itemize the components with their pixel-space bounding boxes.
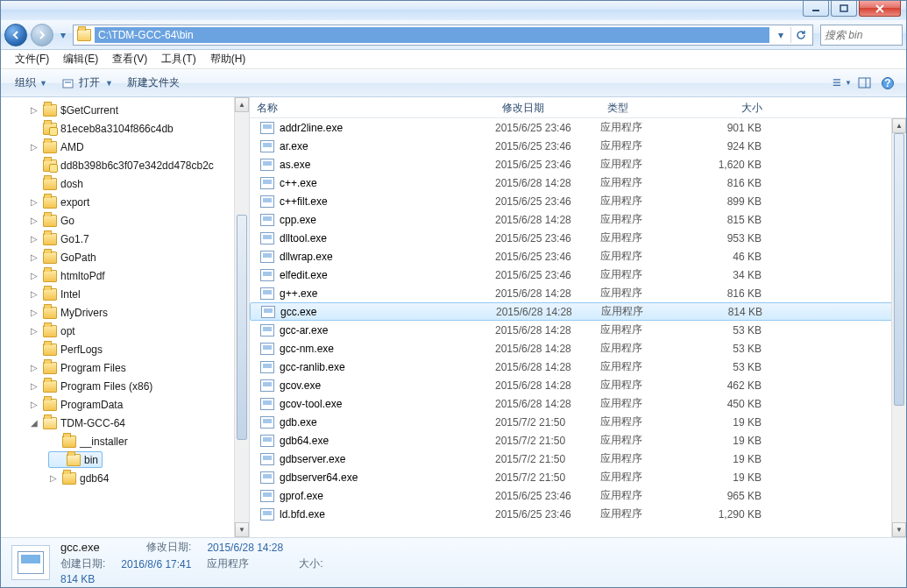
file-size: 924 KB [698, 140, 772, 152]
file-row[interactable]: gcc.exe2015/6/28 14:28应用程序814 KB [250, 302, 906, 321]
svg-rect-2 [63, 80, 73, 88]
file-row[interactable]: gdbserver.exe2015/7/2 21:50应用程序19 KB [250, 450, 906, 468]
scroll-up-button[interactable]: ▲ [235, 97, 249, 112]
menu-file[interactable]: 文件(F) [8, 50, 56, 68]
tree-item[interactable]: bin [1, 450, 249, 469]
close-button[interactable] [859, 1, 901, 17]
tree-item[interactable]: ▷export [1, 193, 249, 211]
menu-help[interactable]: 帮助(H) [203, 50, 253, 68]
scroll-thumb[interactable] [237, 215, 247, 440]
file-row[interactable]: elfedit.exe2015/6/25 23:46应用程序34 KB [250, 266, 906, 284]
address-input[interactable] [95, 27, 769, 43]
new-folder-button[interactable]: 新建文件夹 [120, 72, 187, 94]
file-row[interactable]: gcov-tool.exe2015/6/28 14:28应用程序450 KB [250, 394, 906, 413]
file-row[interactable]: g++.exe2015/6/28 14:28应用程序816 KB [250, 284, 906, 302]
addr-dropdown-button[interactable]: ▾ [773, 27, 789, 43]
file-size: 53 KB [698, 361, 772, 373]
col-type[interactable]: 类型 [600, 97, 698, 117]
search-input[interactable] [825, 29, 898, 41]
exe-icon [260, 343, 274, 355]
tree-item[interactable]: ▷ProgramData [1, 395, 249, 414]
search-box[interactable] [820, 25, 903, 46]
address-bar[interactable]: ▾ [73, 25, 813, 46]
history-dropdown[interactable]: ▾ [57, 24, 69, 46]
scroll-down-button[interactable]: ▼ [892, 522, 906, 537]
tree-item[interactable]: ▷Program Files (x86) [1, 377, 249, 395]
tree-item[interactable]: ◢TDM-GCC-64 [1, 414, 249, 432]
tree-item[interactable]: ▷Go1.7 [1, 230, 249, 248]
file-row[interactable]: as.exe2015/6/25 23:46应用程序1,620 KB [250, 155, 906, 174]
help-button[interactable]: ? [878, 74, 897, 93]
file-row[interactable]: c++.exe2015/6/28 14:28应用程序816 KB [250, 174, 906, 192]
refresh-button[interactable] [793, 27, 809, 43]
col-date[interactable]: 修改日期 [495, 97, 600, 117]
file-size: 1,290 KB [698, 508, 772, 521]
tree-scrollbar[interactable]: ▲ ▼ [234, 97, 249, 537]
file-date: 2015/7/2 21:50 [495, 471, 600, 484]
tree-item[interactable]: ▷$GetCurrent [1, 101, 249, 119]
tree-item[interactable]: ▷Go [1, 211, 249, 230]
tree-item[interactable]: dosh [1, 174, 249, 193]
menu-edit[interactable]: 编辑(E) [56, 50, 105, 68]
file-type: 应用程序 [600, 194, 698, 209]
file-row[interactable]: gcov.exe2015/6/28 14:28应用程序462 KB [250, 376, 906, 394]
file-type: 应用程序 [600, 230, 698, 245]
forward-button[interactable] [31, 24, 53, 46]
file-name: g++.exe [280, 287, 317, 300]
organize-button[interactable]: 组织▼ [8, 72, 54, 94]
file-type: 应用程序 [600, 396, 698, 411]
folder-tree[interactable]: ▷$GetCurrent 81eceb8a3104f866c4db▷AMD dd… [1, 97, 250, 537]
minimize-button[interactable] [803, 1, 829, 17]
tree-item[interactable]: ▷htmltoPdf [1, 266, 249, 285]
file-row[interactable]: ar.exe2015/6/25 23:46应用程序924 KB [250, 137, 906, 155]
tree-item[interactable]: ▷GoPath [1, 248, 249, 266]
tree-item[interactable]: 81eceb8a3104f866c4db [1, 119, 249, 138]
file-row[interactable]: addr2line.exe2015/6/25 23:46应用程序901 KB [250, 118, 906, 137]
scroll-up-button[interactable]: ▲ [892, 118, 906, 133]
file-size: 901 KB [698, 122, 772, 134]
tree-item[interactable]: ▷Program Files [1, 358, 249, 377]
file-row[interactable]: gdb64.exe2015/7/2 21:50应用程序19 KB [250, 431, 906, 450]
scroll-thumb[interactable] [894, 133, 904, 406]
file-row[interactable]: gcc-ranlib.exe2015/6/28 14:28应用程序53 KB [250, 358, 906, 376]
tree-item[interactable]: ▷opt [1, 322, 249, 340]
file-name: gcc-ranlib.exe [280, 361, 345, 373]
detail-filename: gcc.exe [60, 541, 105, 554]
file-row[interactable]: gdb.exe2015/7/2 21:50应用程序19 KB [250, 413, 906, 431]
scroll-down-button[interactable]: ▼ [235, 522, 249, 537]
col-name[interactable]: 名称 [250, 97, 495, 117]
detail-mod-value: 2015/6/28 14:28 [207, 542, 283, 554]
file-size: 53 KB [698, 343, 772, 355]
file-row[interactable]: dllwrap.exe2015/6/25 23:46应用程序46 KB [250, 247, 906, 266]
file-name: gdbserver.exe [280, 453, 345, 465]
file-list-body[interactable]: addr2line.exe2015/6/25 23:46应用程序901 KBar… [250, 118, 906, 537]
open-button[interactable]: 打开▼ [54, 72, 120, 94]
menu-view[interactable]: 查看(V) [105, 50, 154, 68]
tree-item[interactable]: PerfLogs [1, 340, 249, 358]
file-row[interactable]: gdbserver64.exe2015/7/2 21:50应用程序19 KB [250, 468, 906, 486]
file-row[interactable]: gcc-ar.exe2015/6/28 14:28应用程序53 KB [250, 321, 906, 339]
tree-item[interactable]: ▷AMD [1, 138, 249, 156]
menu-tools[interactable]: 工具(T) [154, 50, 202, 68]
file-type: 应用程序 [600, 359, 698, 374]
file-row[interactable]: c++filt.exe2015/6/25 23:46应用程序899 KB [250, 192, 906, 210]
file-row[interactable]: dlltool.exe2015/6/25 23:46应用程序953 KB [250, 229, 906, 247]
col-size[interactable]: 大小 [698, 97, 777, 117]
file-date: 2015/6/25 23:46 [495, 251, 600, 263]
file-row[interactable]: cpp.exe2015/6/28 14:28应用程序815 KB [250, 210, 906, 229]
file-row[interactable]: gprof.exe2015/6/25 23:46应用程序965 KB [250, 486, 906, 505]
tree-item[interactable]: __installer [1, 432, 249, 450]
tree-item[interactable]: ▷MyDrivers [1, 303, 249, 322]
preview-pane-button[interactable] [855, 74, 875, 93]
list-scrollbar[interactable]: ▲ ▼ [891, 118, 906, 537]
file-row[interactable]: gcc-nm.exe2015/6/28 14:28应用程序53 KB [250, 339, 906, 358]
tree-item[interactable]: ▷gdb64 [1, 469, 249, 487]
tree-item[interactable]: dd8b398b6c3f07e342dd478cb2c [1, 156, 249, 174]
file-row[interactable]: ld.bfd.exe2015/6/25 23:46应用程序1,290 KB [250, 505, 906, 523]
view-options-button[interactable]: ▼ [833, 74, 852, 93]
exe-icon [260, 508, 274, 521]
back-button[interactable] [4, 24, 27, 46]
tree-item[interactable]: ▷Intel [1, 285, 249, 303]
maximize-button[interactable] [831, 1, 857, 17]
file-type: 应用程序 [600, 322, 698, 337]
